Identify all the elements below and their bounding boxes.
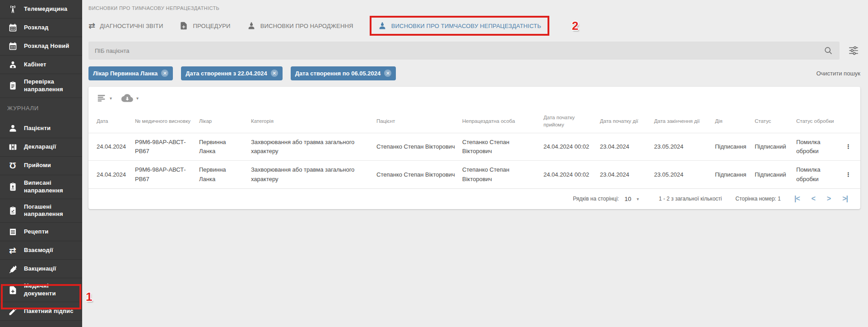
pagination-page-number: Сторінка номер: 1: [735, 196, 780, 202]
sidebar-item-label: Декларації: [24, 143, 56, 151]
cell-status: Підписаний: [755, 166, 796, 184]
close-icon[interactable]: ✕: [384, 70, 391, 77]
annotation-box-2: ВИСНОВКИ ПРО ТИМЧАСОВУ НЕПРАЦЕЗДАТНІСТЬ: [370, 16, 549, 36]
cell-patient[interactable]: Степанко Степан Вікторович: [376, 138, 462, 156]
chevron-down-icon[interactable]: ▾: [636, 196, 639, 201]
tab-label: ПРОЦЕДУРИ: [193, 23, 230, 29]
cell-disabled-person[interactable]: Степанко Степан Вікторович: [462, 133, 543, 160]
close-icon[interactable]: ✕: [271, 70, 278, 77]
sidebar-item-batch-signature[interactable]: Пакетний підпис: [0, 302, 82, 321]
filter-chips-row: Лікар Первинна Ланка ✕ Дата створення з …: [88, 66, 860, 80]
sidebar-item-issued-referrals[interactable]: Виписані направлення: [0, 175, 82, 199]
sidebar-item-cabinet[interactable]: Кабінет: [0, 56, 82, 74]
sidebar-item-label: Пакетний підпис: [24, 308, 74, 315]
clipboard-icon: [7, 81, 18, 90]
sidebar-item-prescriptions[interactable]: Рецепти: [0, 223, 82, 241]
sidebar-item-receptions[interactable]: Ʊ Прийоми: [0, 157, 82, 175]
sidebar-item-label: Пацієнти: [24, 125, 51, 132]
medic-avatar-icon: [247, 21, 256, 30]
chevron-down-icon[interactable]: ▾: [136, 96, 139, 101]
annotation-number-1: 1: [86, 291, 92, 303]
column-header: Статус обробки: [796, 110, 845, 129]
cell-conclusion-number[interactable]: Р9М6-98АР-АВСТ-РВ67: [135, 161, 199, 188]
tab-birth-conclusions[interactable]: ВИСНОВКИ ПРО НАРОДЖЕННЯ: [247, 21, 353, 30]
sidebar-section-journals: ЖУРНАЛИ: [0, 98, 82, 120]
first-page-icon[interactable]: |<: [794, 195, 800, 203]
pagination-nav: |< < > >|: [794, 195, 848, 203]
cell-doctor: Первинна Ланка: [199, 133, 251, 160]
rows-per-page-value[interactable]: 10: [624, 196, 631, 202]
column-header: Дата: [97, 110, 135, 129]
filter-chip-label: Дата створення з 22.04.2024: [186, 70, 267, 77]
last-page-icon[interactable]: >|: [842, 195, 848, 203]
tab-disability-conclusions[interactable]: ВИСНОВКИ ПРО ТИМЧАСОВУ НЕПРАЦЕЗДАТНІСТЬ: [378, 21, 541, 30]
sidebar-item-patients[interactable]: Пацієнти: [0, 120, 82, 138]
chevron-down-icon[interactable]: ▾: [110, 96, 112, 101]
column-header: Дата початку прийому: [543, 107, 600, 133]
table-toolbar: ▾ ▾: [88, 87, 860, 107]
cell-action-end: 23.05.2024: [654, 166, 715, 184]
cell-conclusion-number[interactable]: Р9М6-98АР-АВСТ-РВ67: [135, 133, 199, 160]
cell-action: Підписання: [715, 166, 755, 184]
clear-search-link[interactable]: Очистити пошук: [816, 70, 860, 77]
filter-chip-label: Лікар Первинна Ланка: [93, 70, 158, 77]
clipboard-check-icon: [7, 206, 18, 215]
sidebar-item-referral-check[interactable]: Перевірка направлення: [0, 74, 82, 98]
tab-diagnostic-reports[interactable]: ⇄ ДІАГНОСТИЧНІ ЗВІТИ: [88, 22, 163, 30]
sidebar-item-telemedicine[interactable]: Телемедицина: [0, 0, 82, 19]
annotation-number-2: 2: [572, 20, 578, 32]
table-row[interactable]: 24.04.2024 Р9М6-98АР-АВСТ-РВ67 Первинна …: [88, 133, 860, 160]
search-icon[interactable]: [823, 46, 833, 56]
sidebar-item-label: Рецепти: [24, 228, 48, 236]
sidebar-item-schedule[interactable]: Розклад: [0, 19, 82, 37]
cell-disabled-person[interactable]: Степанко Степан Вікторович: [462, 161, 543, 188]
table-header-row: Дата № медичного висновку Лікар Категорі…: [88, 107, 860, 133]
export-download-button[interactable]: [121, 92, 133, 104]
patient-name-search-input[interactable]: [95, 47, 823, 54]
filter-chip-date-from[interactable]: Дата створення з 22.04.2024 ✕: [181, 66, 282, 80]
sidebar-item-declarations[interactable]: Декларації: [0, 138, 82, 157]
syringe-icon: [7, 264, 18, 274]
row-menu-kebab-icon[interactable]: ⋮: [845, 138, 852, 156]
card-plus-icon: [7, 142, 18, 152]
column-header: Дія: [715, 110, 755, 129]
sidebar-item-label: Погашені направлення: [24, 203, 78, 219]
search-row: [88, 42, 860, 60]
previous-page-icon[interactable]: <: [811, 195, 815, 203]
filter-chip-date-to[interactable]: Дата створення по 06.05.2024 ✕: [291, 66, 396, 80]
row-menu-kebab-icon[interactable]: ⋮: [845, 166, 852, 184]
main-content: ВИСНОВКИ ПРО ТИМЧАСОВУ НЕПРАЦЕЗДАТНІСТЬ …: [82, 0, 868, 327]
filter-chip-doctor[interactable]: Лікар Первинна Ланка ✕: [88, 66, 173, 80]
pagination-bar: Рядків на сторінці: 10 ▾ 1 - 2 з загальн…: [88, 188, 860, 209]
sidebar-item-label: Взаємодії: [24, 247, 53, 254]
swap-arrows-icon: ⇄: [7, 246, 18, 255]
sidebar-item-medical-documents[interactable]: Медичні документи: [0, 278, 82, 302]
cell-doctor: Первинна Ланка: [199, 161, 251, 188]
filter-chip-label: Дата створення по 06.05.2024: [295, 70, 381, 77]
sidebar-item-redeemed-referrals[interactable]: Погашені направлення: [0, 199, 82, 223]
filter-settings-button[interactable]: [847, 45, 860, 56]
cell-reception-start: 24.04.2024 00:02: [543, 138, 600, 156]
column-header: Дата початку дії: [600, 110, 654, 129]
sidebar-item-label: Медичні документи: [24, 282, 78, 298]
pagination-range: 1 - 2 з загальної кількості: [659, 196, 722, 202]
sidebar-item-label: Розклад: [24, 24, 48, 32]
tab-label: ВИСНОВКИ ПРО ТИМЧАСОВУ НЕПРАЦЕЗДАТНІСТЬ: [391, 23, 541, 29]
receipt-icon: [7, 227, 18, 237]
next-page-icon[interactable]: >: [827, 195, 831, 203]
table-row[interactable]: 24.04.2024 Р9М6-98АР-АВСТ-РВ67 Первинна …: [88, 160, 860, 188]
cell-date: 24.04.2024: [97, 166, 135, 184]
cell-action: Підписання: [715, 138, 755, 156]
clipboard-up-icon: [7, 182, 18, 192]
column-settings-button[interactable]: [97, 93, 107, 103]
breadcrumb: ВИСНОВКИ ПРО ТИМЧАСОВУ НЕПРАЦЕЗДАТНІСТЬ: [88, 5, 860, 11]
tab-procedures[interactable]: ПРОЦЕДУРИ: [179, 21, 230, 30]
cell-patient[interactable]: Степанко Степан Вікторович: [376, 166, 462, 184]
close-icon[interactable]: ✕: [161, 70, 168, 77]
sidebar-item-label: Прийоми: [24, 162, 51, 169]
sidebar-item-schedule-new[interactable]: Розклад Новий: [0, 37, 82, 56]
rows-per-page: Рядків на сторінці: 10 ▾: [573, 196, 645, 202]
sidebar-item-interactions[interactable]: ⇄ Взаємодії: [0, 241, 82, 260]
sidebar-item-vaccinations[interactable]: Вакцинації: [0, 260, 82, 278]
list-lines-icon: [97, 93, 107, 103]
